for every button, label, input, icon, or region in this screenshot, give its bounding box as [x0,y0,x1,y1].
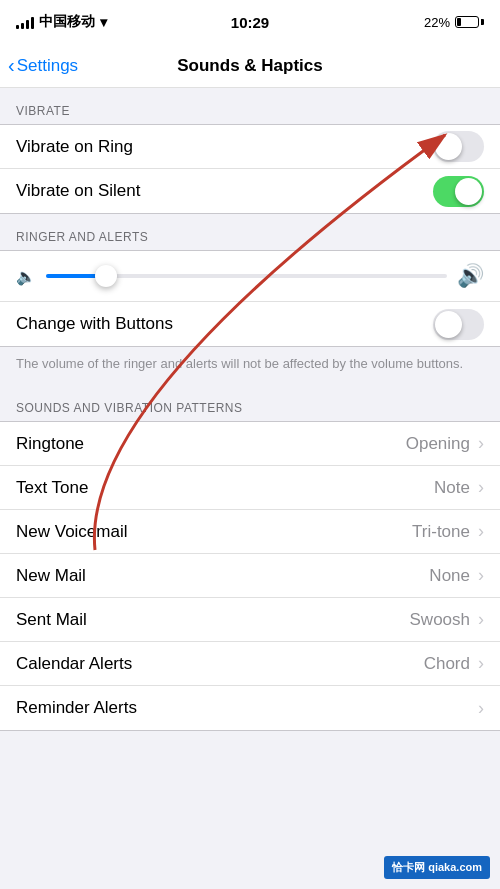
vibrate-on-ring-knob [435,133,462,160]
reminder-alerts-label: Reminder Alerts [16,698,137,718]
vibrate-section-label: VIBRATE [16,104,70,118]
calendar-alerts-label: Calendar Alerts [16,654,132,674]
new-voicemail-row[interactable]: New Voicemail Tri-tone › [0,510,500,554]
vibrate-on-silent-row: Vibrate on Silent [0,169,500,213]
page-title: Sounds & Haptics [177,56,322,76]
volume-slider-track[interactable] [46,274,447,278]
calendar-alerts-chevron-icon: › [478,653,484,674]
ringtone-right: Opening › [406,433,484,454]
ringer-section-label: RINGER AND ALERTS [16,230,148,244]
calendar-alerts-row[interactable]: Calendar Alerts Chord › [0,642,500,686]
ringtone-row[interactable]: Ringtone Opening › [0,422,500,466]
carrier-label: 中国移动 [39,13,95,31]
change-with-buttons-toggle[interactable] [433,309,484,340]
back-label: Settings [17,56,78,76]
new-mail-chevron-icon: › [478,565,484,586]
reminder-alerts-right: › [470,698,484,719]
status-left: 中国移动 ▾ [16,13,116,31]
ringtone-label: Ringtone [16,434,84,454]
battery-icon [455,16,484,28]
sent-mail-chevron-icon: › [478,609,484,630]
sent-mail-value: Swoosh [410,610,470,630]
new-voicemail-value: Tri-tone [412,522,470,542]
text-tone-label: Text Tone [16,478,88,498]
ringtone-value: Opening [406,434,470,454]
reminder-alerts-row[interactable]: Reminder Alerts › [0,686,500,730]
status-bar: 中国移动 ▾ 10:29 22% [0,0,500,44]
sounds-group: Ringtone Opening › Text Tone Note › New … [0,421,500,731]
info-text-container: The volume of the ringer and alerts will… [0,347,500,385]
text-tone-row[interactable]: Text Tone Note › [0,466,500,510]
signal-icon [16,15,34,29]
text-tone-value: Note [434,478,470,498]
ringer-section-gap: RINGER AND ALERTS [0,214,500,250]
calendar-alerts-value: Chord [424,654,470,674]
sent-mail-label: Sent Mail [16,610,87,630]
vibrate-on-silent-label: Vibrate on Silent [16,181,140,201]
sounds-section-gap: SOUNDS AND VIBRATION PATTERNS [0,385,500,421]
vibrate-group: Vibrate on Ring Vibrate on Silent [0,124,500,214]
ringtone-chevron-icon: › [478,433,484,454]
sounds-section-label: SOUNDS AND VIBRATION PATTERNS [16,401,243,415]
sent-mail-right: Swoosh › [410,609,484,630]
vibrate-on-ring-toggle[interactable] [433,131,484,162]
volume-slider-thumb[interactable] [95,265,117,287]
volume-low-icon: 🔈 [16,267,36,286]
watermark: 恰卡网 qiaka.com [384,856,490,879]
calendar-alerts-right: Chord › [424,653,484,674]
vibrate-on-ring-label: Vibrate on Ring [16,137,133,157]
text-tone-chevron-icon: › [478,477,484,498]
vibrate-on-ring-row: Vibrate on Ring [0,125,500,169]
new-voicemail-chevron-icon: › [478,521,484,542]
volume-high-icon: 🔊 [457,263,484,289]
sent-mail-row[interactable]: Sent Mail Swoosh › [0,598,500,642]
new-voicemail-label: New Voicemail [16,522,128,542]
new-mail-row[interactable]: New Mail None › [0,554,500,598]
new-voicemail-right: Tri-tone › [412,521,484,542]
nav-bar: ‹ Settings Sounds & Haptics [0,44,500,88]
info-text: The volume of the ringer and alerts will… [16,355,484,373]
status-right: 22% [384,15,484,30]
back-button[interactable]: ‹ Settings [8,55,78,77]
vibrate-section-gap: VIBRATE [0,88,500,124]
status-time: 10:29 [231,14,269,31]
back-chevron-icon: ‹ [8,54,15,77]
vibrate-on-silent-toggle[interactable] [433,176,484,207]
new-mail-value: None [429,566,470,586]
vibrate-on-silent-knob [455,178,482,205]
new-mail-label: New Mail [16,566,86,586]
page: 中国移动 ▾ 10:29 22% ‹ Settings Sounds & Hap… [0,0,500,731]
change-with-buttons-row: Change with Buttons [0,302,500,346]
reminder-alerts-chevron-icon: › [478,698,484,719]
volume-slider-row: 🔈 🔊 [0,251,500,302]
change-with-buttons-label: Change with Buttons [16,314,173,334]
text-tone-right: Note › [434,477,484,498]
wifi-icon: ▾ [100,14,107,30]
new-mail-right: None › [429,565,484,586]
ringer-group: 🔈 🔊 Change with Buttons [0,250,500,347]
battery-percent: 22% [424,15,450,30]
change-with-buttons-knob [435,311,462,338]
